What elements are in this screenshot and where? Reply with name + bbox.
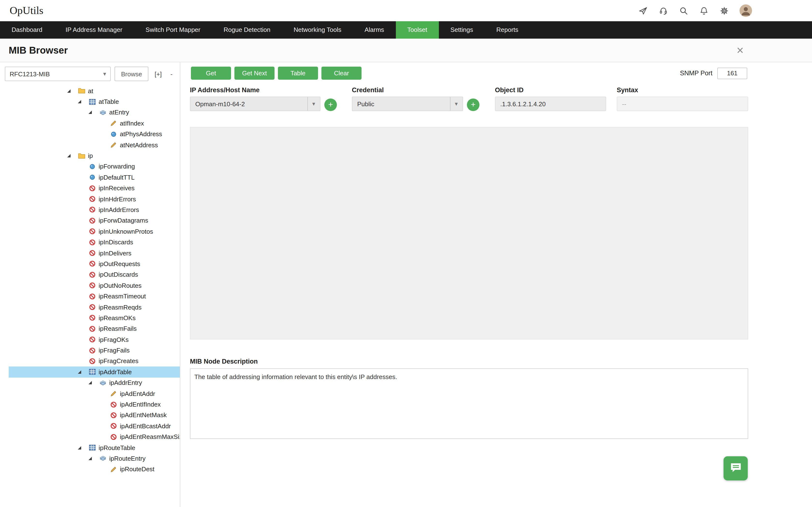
tree-node-at[interactable]: at — [9, 86, 180, 96]
tree-node-atIfIndex[interactable]: atIfIndex — [9, 118, 180, 129]
tree-node-label: ipInUnknownProtos — [99, 228, 153, 235]
table-button[interactable]: Table — [278, 67, 318, 80]
search-icon[interactable] — [678, 6, 688, 15]
tree-node-ipRouteDest[interactable]: ipRouteDest — [9, 464, 180, 475]
tree-node-ipInAddrErrors[interactable]: ipInAddrErrors — [9, 205, 180, 215]
launch-icon[interactable] — [638, 6, 648, 15]
tree-node-ipInDelivers[interactable]: ipInDelivers — [9, 248, 180, 259]
credential-label: Credential — [352, 87, 463, 94]
tree-node-label: ipInDiscards — [99, 238, 133, 246]
no-access-icon — [88, 336, 96, 343]
user-avatar[interactable] — [740, 4, 752, 17]
nav-settings[interactable]: Settings — [439, 21, 485, 39]
nav-ip-address-manager[interactable]: IP Address Manager — [54, 21, 134, 39]
tree-node-label: ipOutNoRoutes — [99, 282, 142, 289]
tree-node-ipInHdrErrors[interactable]: ipInHdrErrors — [9, 193, 180, 205]
tree-node-ipRouteTable[interactable]: ipRouteTable — [9, 442, 180, 453]
get-button[interactable]: Get — [191, 67, 231, 80]
mib-node-description-label: MIB Node Description — [190, 358, 258, 365]
object-id-input[interactable]: .1.3.6.1.2.1.4.20 — [495, 97, 606, 111]
tree-node-ipAdEntNetMask[interactable]: ipAdEntNetMask — [9, 410, 180, 420]
support-icon[interactable] — [658, 6, 668, 15]
tree-node-label: ipRouteEntry — [109, 455, 146, 462]
clear-button[interactable]: Clear — [321, 67, 361, 80]
expand-arrow-icon[interactable] — [89, 457, 99, 460]
nav-rogue-detection[interactable]: Rogue Detection — [212, 21, 282, 39]
browse-button[interactable]: Browse — [115, 67, 148, 81]
tree-node-label: ipAdEntAddr — [120, 390, 155, 397]
tree-node-ipForwDatagrams[interactable]: ipForwDatagrams — [9, 215, 180, 226]
field-credential: Credential Public — [352, 87, 463, 111]
table-icon — [88, 444, 96, 451]
tree-node-ipFragCreates[interactable]: ipFragCreates — [9, 356, 180, 367]
tree-node-ipReasmReqds[interactable]: ipReasmReqds — [9, 302, 180, 313]
nav-toolset[interactable]: Toolset — [396, 21, 439, 39]
field-object-id: Object ID .1.3.6.1.2.1.4.20 — [495, 87, 606, 111]
expand-all-button[interactable]: [+] — [152, 70, 164, 77]
tree-node-ipAdEntAddr[interactable]: ipAdEntAddr — [9, 388, 180, 399]
no-access-icon — [88, 346, 96, 354]
no-access-icon — [88, 228, 96, 235]
expand-arrow-icon[interactable] — [78, 100, 88, 103]
tree-node-ipInDiscards[interactable]: ipInDiscards — [9, 237, 180, 248]
tree-node-ipOutRequests[interactable]: ipOutRequests — [9, 259, 180, 270]
ip-address-select[interactable]: Opman-m10-64-2 — [190, 97, 320, 111]
ip-address-value: Opman-m10-64-2 — [195, 100, 245, 107]
snmp-port-input[interactable] — [717, 67, 747, 79]
no-access-icon — [88, 195, 96, 203]
tree-node-ipAddrEntry[interactable]: ipAddrEntry — [9, 377, 180, 388]
expand-arrow-icon[interactable] — [78, 446, 88, 449]
tree-node-label: ipInDelivers — [99, 249, 132, 257]
tree-node-ipRouteIfIndex[interactable]: ipRouteIfIndex — [9, 475, 180, 476]
tree-node-ipAdEntIfIndex[interactable]: ipAdEntIfIndex — [9, 399, 180, 410]
tree-node-ipAdEntBcastAddr[interactable]: ipAdEntBcastAddr — [9, 420, 180, 432]
expand-arrow-icon[interactable] — [89, 111, 99, 114]
table-icon — [88, 98, 96, 106]
tree-node-atEntry[interactable]: atEntry — [9, 107, 180, 118]
tree-node-ipReasmFails[interactable]: ipReasmFails — [9, 323, 180, 334]
tree-node-label: ipFragCreates — [99, 357, 139, 365]
expand-arrow-icon[interactable] — [67, 89, 77, 93]
tree-node-atPhysAddress[interactable]: atPhysAddress — [9, 129, 180, 139]
tree-node-ipInReceives[interactable]: ipInReceives — [9, 183, 180, 193]
tree-node-atTable[interactable]: atTable — [9, 96, 180, 107]
pencil-icon — [109, 465, 117, 473]
tree-node-atNetAddress[interactable]: atNetAddress — [9, 139, 180, 151]
collapse-all-button[interactable]: - — [168, 70, 175, 77]
no-access-icon — [88, 260, 96, 268]
chat-button[interactable] — [723, 456, 748, 481]
nav-dashboard[interactable]: Dashboard — [0, 21, 54, 39]
notifications-icon[interactable] — [699, 6, 709, 15]
tree-node-ipDefaultTTL[interactable]: ipDefaultTTL — [9, 172, 180, 183]
close-icon[interactable] — [737, 44, 744, 56]
tree-node-ipReasmOKs[interactable]: ipReasmOKs — [9, 313, 180, 323]
tree-node-label: atTable — [99, 98, 119, 105]
app-logo[interactable]: OpUtils — [10, 4, 43, 17]
nav-switch-port-mapper[interactable]: Switch Port Mapper — [134, 21, 212, 39]
credential-select[interactable]: Public — [352, 97, 463, 111]
nav-alarms[interactable]: Alarms — [353, 21, 396, 39]
nav-reports[interactable]: Reports — [485, 21, 530, 39]
scalar-icon — [88, 163, 96, 170]
tree-node-ipOutNoRoutes[interactable]: ipOutNoRoutes — [9, 280, 180, 291]
expand-arrow-icon[interactable] — [78, 370, 88, 374]
expand-arrow-icon[interactable] — [67, 154, 77, 157]
page-title-bar: MIB Browser — [0, 39, 812, 62]
mib-select[interactable]: RFC1213-MIB — [5, 67, 111, 81]
tree-node-ipAddrTable[interactable]: ipAddrTable — [9, 367, 180, 377]
tree-node-ipRouteEntry[interactable]: ipRouteEntry — [9, 453, 180, 464]
tree-node-ipFragOKs[interactable]: ipFragOKs — [9, 334, 180, 345]
add-host-button[interactable] — [324, 99, 337, 111]
get-next-button[interactable]: Get Next — [235, 67, 274, 80]
settings-icon[interactable] — [719, 6, 729, 15]
tree-node-ipAdEntReasmMaxSize[interactable]: ipAdEntReasmMaxSize — [9, 432, 180, 442]
tree-node-ipOutDiscards[interactable]: ipOutDiscards — [9, 269, 180, 280]
add-credential-button[interactable] — [467, 99, 479, 111]
nav-networking-tools[interactable]: Networking Tools — [282, 21, 353, 39]
tree-node-ipFragFails[interactable]: ipFragFails — [9, 345, 180, 356]
tree-node-ipInUnknownProtos[interactable]: ipInUnknownProtos — [9, 226, 180, 237]
tree-node-ipReasmTimeout[interactable]: ipReasmTimeout — [9, 291, 180, 302]
tree-node-ipForwarding[interactable]: ipForwarding — [9, 161, 180, 172]
tree-node-ip[interactable]: ip — [9, 151, 180, 161]
expand-arrow-icon[interactable] — [89, 381, 99, 384]
